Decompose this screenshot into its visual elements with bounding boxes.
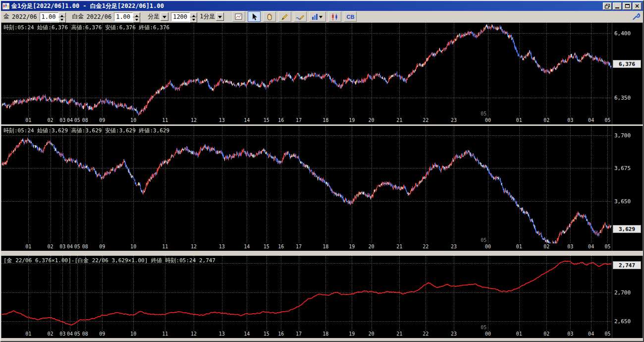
platinum-candles-canvas[interactable] bbox=[1, 126, 612, 243]
wrench-icon bbox=[632, 12, 641, 21]
x-axis-hour-label: 04 bbox=[67, 244, 73, 249]
x-axis-hour-label: 05 bbox=[74, 244, 80, 249]
gold-multiplier-spinbox[interactable]: 1.00 bbox=[40, 12, 66, 21]
chart-area: 時刻:05:24 始値:6,376 高値:6,376 安値:6,376 終値:6… bbox=[1, 23, 643, 341]
spread-plot[interactable]: [金 22/06 6,376×1.00]-[白金 22/06 3,629×1.0… bbox=[1, 256, 612, 331]
x-axis-hour-label: 23 bbox=[451, 117, 457, 123]
spin-up-icon[interactable] bbox=[58, 12, 66, 17]
x-axis-hour-label: 01 bbox=[516, 244, 522, 249]
x-axis-hour-label: 01 bbox=[25, 331, 31, 337]
close-icon: × bbox=[635, 3, 640, 8]
x-axis-hour-label: 18 bbox=[322, 331, 328, 337]
spread-info: [金 22/06 6,376×1.00]-[白金 22/06 3,629×1.0… bbox=[3, 257, 215, 264]
window-minimize-button[interactable] bbox=[613, 2, 622, 10]
draw-curve-button[interactable] bbox=[294, 11, 307, 22]
spin-down-icon[interactable] bbox=[58, 17, 66, 23]
x-axis-hour-label: 12 bbox=[191, 244, 197, 249]
title-bar[interactable]: 金1分足[2022/06]1.00 - 白金1分足[2022/06]1.00 × bbox=[1, 1, 643, 11]
x-axis-hour-label: 02 bbox=[48, 244, 54, 249]
x-axis-hour-label: 08 bbox=[82, 244, 88, 249]
x-axis-hour-label: 15 bbox=[264, 244, 269, 249]
x-axis-hour-label: 01 bbox=[516, 117, 522, 123]
x-axis-hour-label: 13 bbox=[219, 331, 225, 337]
gold-last-price-box: 6,376 bbox=[613, 60, 641, 68]
x-axis-hour-label: 02 bbox=[48, 331, 54, 337]
draw-line-button[interactable] bbox=[278, 11, 291, 22]
gold-multiplier-value[interactable]: 1.00 bbox=[40, 12, 58, 21]
candle-style-button[interactable] bbox=[328, 11, 341, 22]
y-axis-tick-label: 3,650 bbox=[614, 198, 631, 205]
x-axis-hour-label: 20 bbox=[369, 117, 375, 123]
hand-icon bbox=[266, 13, 273, 21]
cb-label: CB bbox=[346, 14, 354, 20]
x-axis-hour-label: 10 bbox=[130, 117, 136, 123]
x-axis-hour-label: 22 bbox=[423, 244, 429, 249]
interval-combo[interactable]: 分足 bbox=[148, 12, 168, 21]
x-axis-hour-label: 13 bbox=[219, 117, 225, 123]
x-axis-hour-label: 21 bbox=[396, 331, 402, 337]
gold-contract-label: 2022/06 bbox=[12, 13, 37, 20]
x-axis-hour-label: 03 bbox=[567, 117, 573, 123]
x-axis-hour-label: 15 bbox=[264, 117, 269, 123]
x-axis-hour-label: 19 bbox=[349, 244, 355, 249]
window-maximize-button[interactable] bbox=[623, 2, 632, 10]
window-restore-button[interactable] bbox=[603, 2, 612, 10]
x-axis-hour-label: 01 bbox=[25, 117, 31, 123]
chart-frame-icon bbox=[235, 13, 243, 20]
x-axis-hour-label: 04 bbox=[588, 117, 594, 123]
curve-pencil-icon bbox=[296, 13, 305, 21]
dropdown-arrow-icon[interactable] bbox=[216, 12, 224, 21]
chart-frame-button[interactable] bbox=[232, 11, 245, 22]
panel-splitter[interactable] bbox=[1, 251, 643, 256]
indicator-menu-button[interactable] bbox=[309, 11, 326, 22]
dropdown-arrow-icon[interactable] bbox=[161, 12, 168, 21]
x-axis-hour-label: 05 bbox=[604, 244, 610, 249]
spread-x-axis: 0102030405080910111213141516171819202122… bbox=[1, 331, 612, 338]
platinum-contract-label: 2022/06 bbox=[87, 13, 112, 20]
x-axis-hour-label: 02 bbox=[543, 244, 549, 249]
x-axis-hour-label: 03 bbox=[59, 244, 65, 249]
spin-up-icon[interactable] bbox=[133, 12, 140, 17]
bar-count-value[interactable]: 1200 bbox=[171, 12, 190, 21]
date-marker: 05 bbox=[481, 237, 486, 243]
x-axis-hour-label: 11 bbox=[162, 117, 168, 123]
platinum-multiplier-value[interactable]: 1.00 bbox=[114, 12, 133, 21]
x-axis-hour-label: 02 bbox=[543, 117, 549, 123]
cb-tool-button[interactable]: CB bbox=[344, 11, 357, 22]
x-axis-hour-label: 05 bbox=[604, 117, 610, 123]
spread-y-axis: 2,747 2,7502,7002,650 bbox=[612, 256, 643, 338]
settings-wrench-button[interactable] bbox=[632, 12, 641, 23]
x-axis-hour-label: 23 bbox=[451, 244, 457, 249]
x-axis-hour-label: 00 bbox=[485, 244, 491, 249]
cursor-tool-button[interactable] bbox=[248, 11, 261, 22]
gold-plot[interactable]: 時刻:05:24 始値:6,376 高値:6,376 安値:6,376 終値:6… bbox=[1, 23, 612, 117]
x-axis-hour-label: 19 bbox=[349, 117, 355, 123]
bar-chart-icon bbox=[312, 13, 323, 21]
x-axis-hour-label: 16 bbox=[278, 331, 284, 337]
platinum-x-axis: 0102030405080910111213141516171819202122… bbox=[1, 243, 612, 251]
maximize-icon bbox=[625, 4, 630, 8]
x-axis-hour-label: 09 bbox=[99, 244, 105, 249]
window-close-button[interactable]: × bbox=[633, 2, 642, 10]
pan-tool-button[interactable] bbox=[263, 11, 276, 22]
spin-up-icon[interactable] bbox=[190, 12, 197, 17]
bar-count-spinbox[interactable]: 1200 bbox=[171, 12, 197, 21]
timeframe-combo[interactable]: 1分足 bbox=[200, 12, 224, 21]
x-axis-hour-label: 16 bbox=[278, 244, 284, 249]
spin-down-icon[interactable] bbox=[133, 17, 140, 23]
platinum-plot[interactable]: 時刻:05:24 始値:3,629 高値:3,629 安値:3,629 終値:3… bbox=[1, 126, 612, 243]
spread-line-canvas[interactable] bbox=[1, 256, 612, 331]
x-axis-hour-label: 05 bbox=[74, 117, 80, 123]
x-axis-hour-label: 14 bbox=[244, 117, 250, 123]
gold-candles-canvas[interactable] bbox=[1, 23, 612, 117]
x-axis-hour-label: 04 bbox=[588, 331, 594, 337]
platinum-multiplier-spinbox[interactable]: 1.00 bbox=[114, 12, 140, 21]
x-axis-hour-label: 09 bbox=[99, 117, 105, 123]
app-icon bbox=[2, 3, 9, 9]
spin-down-icon[interactable] bbox=[190, 17, 197, 23]
x-axis-hour-label: 22 bbox=[423, 331, 429, 337]
app-window: 金1分足[2022/06]1.00 - 白金1分足[2022/06]1.00 ×… bbox=[0, 0, 644, 342]
toolbar: 金 2022/06 1.00 白金 2022/06 1.00 分足 1200 1… bbox=[1, 11, 643, 23]
y-axis-tick-label: 2,650 bbox=[614, 318, 631, 325]
gold-y-axis: 6,376 6,4006,350 bbox=[612, 23, 643, 124]
